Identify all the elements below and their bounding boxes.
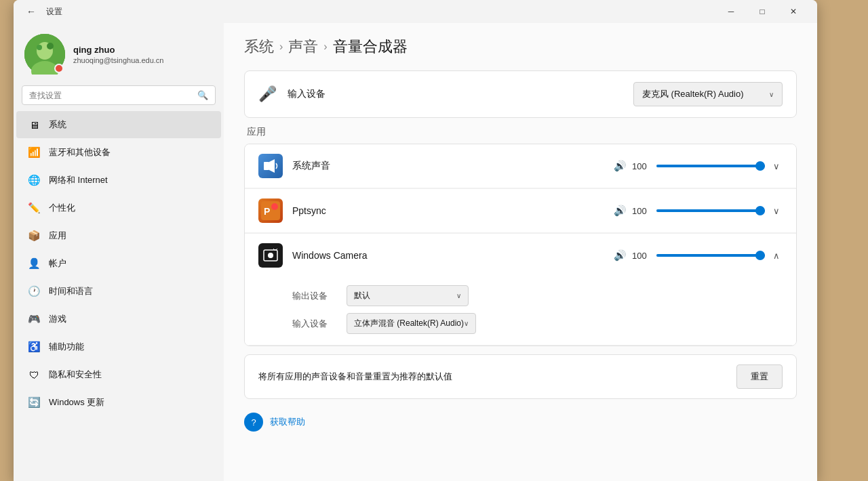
user-email: zhuoqing@tsinghua.edu.cn xyxy=(73,56,164,64)
pptsync-slider-wrap[interactable] xyxy=(656,209,765,212)
minimize-button[interactable]: ─ xyxy=(715,0,747,23)
sidebar-item-system[interactable]: 🖥 系统 xyxy=(16,111,221,138)
window-title: 设置 xyxy=(46,6,62,18)
personalization-icon: ✏️ xyxy=(27,201,41,215)
output-device-selected: 默认 xyxy=(354,290,370,301)
help-icon: ? xyxy=(244,413,263,432)
output-device-select[interactable]: 默认 ∨ xyxy=(347,285,469,306)
input-device-select[interactable]: 麦克风 (Realtek(R) Audio) ∨ xyxy=(633,82,783,106)
sidebar-item-apps[interactable]: 📦 应用 xyxy=(16,222,221,249)
apps-icon: 📦 xyxy=(27,229,41,243)
system-sounds-icon xyxy=(258,154,283,178)
search-icon: 🔍 xyxy=(197,90,208,100)
right-content: 系统 › 声音 › 音量合成器 🎤 输入设备 麦克风 (Realtek(R) A… xyxy=(224,23,817,481)
reset-section: 将所有应用的声音设备和音量重置为推荐的默认值 重置 xyxy=(244,354,797,399)
nav-label-accounts: 帐户 xyxy=(49,257,66,270)
apps-card: 系统声音 🔊 100 ∨ xyxy=(244,144,797,346)
sidebar-item-personalization[interactable]: ✏️ 个性化 xyxy=(16,194,221,222)
sidebar-item-windows-update[interactable]: 🔄 Windows 更新 xyxy=(16,389,221,416)
camera-input-device-selected: 立体声混音 (Realtek(R) Audio) xyxy=(354,318,464,329)
nav-label-accessibility: 辅助功能 xyxy=(49,341,84,353)
system-sounds-name: 系统声音 xyxy=(292,160,614,172)
nav-label-privacy: 隐私和安全性 xyxy=(49,369,102,381)
svg-rect-5 xyxy=(264,162,269,170)
sidebar: qing zhuo zhuoqing@tsinghua.edu.cn 🔍 🖥 系… xyxy=(14,23,224,481)
help-link[interactable]: 获取帮助 xyxy=(270,416,305,428)
pptsync-icon: P xyxy=(258,198,283,223)
windows-update-icon: 🔄 xyxy=(27,396,41,409)
camera-input-device-arrow: ∨ xyxy=(464,320,469,327)
speaker-icon: 🔊 xyxy=(614,160,627,172)
maximize-button[interactable]: □ xyxy=(747,0,778,23)
time-icon: 🕐 xyxy=(27,285,41,298)
back-button[interactable]: ← xyxy=(22,2,41,21)
camera-track xyxy=(656,254,765,257)
camera-volume-num: 100 xyxy=(632,251,651,261)
reset-button[interactable]: 重置 xyxy=(736,364,783,389)
user-name: qing zhuo xyxy=(73,45,164,55)
camera-slider-wrap[interactable] xyxy=(656,254,765,257)
system-sounds-volume-num: 100 xyxy=(632,161,651,171)
privacy-icon: 🛡 xyxy=(27,368,41,381)
nav-label-network: 网络和 Internet xyxy=(49,174,108,186)
pptsync-expand-button[interactable]: ∨ xyxy=(770,203,783,219)
search-input[interactable] xyxy=(29,91,197,100)
accounts-icon: 👤 xyxy=(27,257,41,270)
windows-camera-expanded: Windows Camera 🔊 100 ∧ xyxy=(245,233,796,346)
input-device-row: 🎤 输入设备 麦克风 (Realtek(R) Audio) ∨ xyxy=(245,71,796,117)
sidebar-item-bluetooth[interactable]: 📶 蓝牙和其他设备 xyxy=(16,139,221,166)
pptsync-volume-num: 100 xyxy=(632,206,651,216)
pptsync-name: Pptsync xyxy=(292,205,614,216)
breadcrumb-sep1: › xyxy=(279,41,283,53)
camera-speaker-icon: 🔊 xyxy=(614,249,627,262)
camera-input-device-label: 输入设备 xyxy=(292,318,347,330)
output-device-row: 输出设备 默认 ∨ xyxy=(292,285,783,306)
sidebar-item-gaming[interactable]: 🎮 游戏 xyxy=(16,306,221,333)
svg-point-4 xyxy=(47,43,54,49)
breadcrumb-sep2: › xyxy=(323,41,327,53)
sidebar-item-time[interactable]: 🕐 时间和语言 xyxy=(16,278,221,305)
camera-volume-control: 🔊 100 xyxy=(614,249,765,262)
sidebar-item-privacy[interactable]: 🛡 隐私和安全性 xyxy=(16,361,221,388)
sidebar-item-accounts[interactable]: 👤 帐户 xyxy=(16,250,221,277)
sidebar-item-accessibility[interactable]: ♿ 辅助功能 xyxy=(16,333,221,360)
svg-point-10 xyxy=(268,253,273,258)
output-device-arrow: ∨ xyxy=(456,292,461,299)
camera-input-device-select[interactable]: 立体声混音 (Realtek(R) Audio) ∨ xyxy=(347,313,476,334)
search-box[interactable]: 🔍 xyxy=(22,85,216,105)
pptsync-thumb[interactable] xyxy=(755,206,765,215)
status-dot xyxy=(54,64,64,73)
nav-label-windows-update: Windows 更新 xyxy=(49,396,104,409)
svg-point-3 xyxy=(37,45,42,50)
system-sounds-slider-wrap[interactable] xyxy=(656,165,765,167)
system-sounds-thumb[interactable] xyxy=(755,161,765,171)
output-device-label: 输出设备 xyxy=(292,290,347,302)
camera-fill xyxy=(656,254,765,257)
svg-text:P: P xyxy=(264,206,270,217)
camera-thumb[interactable] xyxy=(755,251,765,260)
camera-collapse-button[interactable]: ∧ xyxy=(770,248,783,264)
system-icon: 🖥 xyxy=(27,118,41,131)
avatar xyxy=(24,34,65,75)
system-sounds-track xyxy=(656,165,765,167)
nav-list: 🖥 系统 📶 蓝牙和其他设备 🌐 网络和 Internet ✏️ 个性化 📦 xyxy=(14,110,224,417)
sidebar-item-network[interactable]: 🌐 网络和 Internet xyxy=(16,167,221,194)
user-profile: qing zhuo zhuoqing@tsinghua.edu.cn xyxy=(14,23,224,83)
list-item: P Pptsync 🔊 100 xyxy=(245,188,796,233)
input-device-card: 🎤 输入设备 麦克风 (Realtek(R) Audio) ∨ xyxy=(244,70,797,118)
window-controls: ─ □ ✕ xyxy=(715,0,809,23)
help-row: ? 获取帮助 xyxy=(244,410,797,434)
nav-label-bluetooth: 蓝牙和其他设备 xyxy=(49,146,111,159)
nav-label-gaming: 游戏 xyxy=(49,313,66,325)
system-sounds-expand-button[interactable]: ∨ xyxy=(770,159,783,174)
camera-icon xyxy=(258,243,283,268)
camera-name: Windows Camera xyxy=(292,250,614,261)
breadcrumb-sound: 声音 xyxy=(288,37,318,57)
accessibility-icon: ♿ xyxy=(27,340,41,354)
microphone-icon: 🎤 xyxy=(258,85,277,103)
svg-marker-6 xyxy=(269,159,275,173)
system-sounds-fill xyxy=(656,165,765,167)
close-button[interactable]: ✕ xyxy=(778,0,809,23)
pptsync-track xyxy=(656,209,765,212)
list-item: 系统声音 🔊 100 ∨ xyxy=(245,144,796,188)
